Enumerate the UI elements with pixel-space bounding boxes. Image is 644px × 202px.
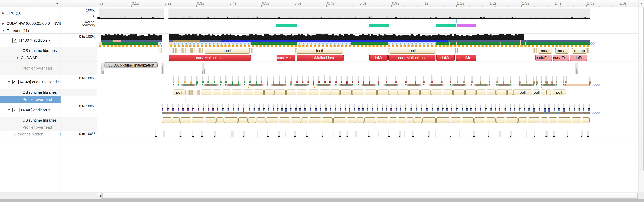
vertical-scrollbar[interactable]: ▲ [638, 0, 644, 193]
profiler-init-box[interactable]: CUDA profiling initialization [104, 62, 158, 68]
cuda-api-event-box[interactable]: cudaFr… [570, 55, 587, 61]
os-event-box[interactable]: … [279, 117, 290, 123]
os-event-box[interactable]: … [389, 90, 398, 95]
os-event-box[interactable] [507, 90, 513, 95]
row-label-cell-t14807[interactable]: ▼✓[14807] addition▾ [0, 34, 61, 47]
os-event-box[interactable]: mmap [538, 48, 552, 54]
os-event-box[interactable]: … [422, 117, 436, 123]
scroll-left-button[interactable]: ◀ [98, 193, 102, 199]
os-event-box[interactable]: … [201, 90, 212, 95]
vertical-scrollbar-thumb[interactable] [639, 7, 644, 171]
row-timeline-cell-prof14807[interactable]: CUDA profiling initialization [97, 61, 644, 75]
filter-dropdown-icon[interactable]: ▼ [56, 2, 58, 5]
os-event-box[interactable]: … [222, 90, 231, 95]
os-event-box[interactable]: … [549, 117, 557, 123]
expand-arrow-down-icon[interactable]: ▼ [8, 109, 10, 111]
cuda-api-event-box[interactable]: cudaMe… [436, 55, 455, 61]
cuda-api-event-box[interactable]: cudaMallocHost [169, 55, 251, 61]
row-label-cell-threads[interactable]: ▼Threads (11) [0, 28, 61, 34]
row-timeline-cell-os14848[interactable]: …………………………………………………………………………pollpollpoll… [97, 89, 644, 96]
os-event-box[interactable]: … [205, 117, 216, 123]
cuda-api-event-box[interactable]: cudaMe… [456, 55, 476, 61]
os-event-box[interactable]: ioctl [389, 48, 436, 54]
os-event-box[interactable]: … [364, 117, 376, 123]
timeline-ruler[interactable]: 0s0.1s0.2s0.3s0.4s0.5s0.6s0.7s0.8s0.9s1s… [97, 0, 644, 7]
os-event-box[interactable]: … [340, 90, 352, 95]
row-label-cell-os14807[interactable]: OS runtime libraries [0, 47, 61, 54]
row-label-cell-os14846[interactable]: OS runtime libraries [0, 117, 61, 124]
expand-arrow-down-icon[interactable]: ▼ [8, 81, 10, 83]
row-timeline-cell-hidden[interactable] [97, 131, 644, 138]
cuda-api-event-box[interactable]: cudaMe… [276, 55, 295, 61]
os-event-box[interactable]: … [352, 90, 364, 95]
os-event-box[interactable]: … [333, 117, 346, 123]
os-event-box[interactable]: … [309, 117, 321, 123]
row-label-cell-api14807[interactable]: ▶CUDA API [0, 54, 61, 61]
os-event-box[interactable] [398, 117, 406, 123]
os-event-box[interactable]: … [506, 117, 518, 123]
os-event-box[interactable] [302, 117, 308, 123]
os-event-box[interactable]: … [232, 90, 242, 95]
os-event-box[interactable]: … [286, 90, 296, 95]
os-event-box[interactable]: … [238, 117, 248, 123]
row-timeline-cell-prof14846[interactable] [97, 124, 644, 131]
os-event-box[interactable] [414, 117, 422, 123]
row-label-cell-prof14848[interactable]: Profiler overhead [0, 96, 61, 103]
row-timeline-cell-t14848[interactable] [97, 75, 644, 89]
horizontal-scrollbar-thumb[interactable] [102, 193, 638, 199]
row-label-cell-t14846[interactable]: ▼✓[14846] addition▾ [0, 103, 61, 117]
expand-arrow-right-icon[interactable]: ▶ [17, 57, 19, 59]
os-event-box[interactable]: … [377, 90, 388, 95]
os-event-box[interactable]: … [290, 117, 301, 123]
row-label-cell-t14848[interactable]: ▼✓[14848] cuda-EvtHandlr▾ [0, 75, 61, 89]
os-event-box[interactable]: … [162, 117, 172, 123]
os-event-box[interactable] [216, 117, 224, 123]
row-timeline-cell-os14846[interactable]: …………………………………………………………………………… [97, 117, 644, 124]
os-event-box[interactable]: … [465, 90, 476, 95]
os-event-box[interactable]: poll [173, 90, 186, 95]
row-timeline-cell-cpu[interactable] [97, 7, 644, 19]
os-event-box[interactable]: ioctl [296, 48, 343, 54]
row-label-cell-cuda_hw[interactable]: ▶CUDA HW (0000:01:00.0 - NVIDI [0, 19, 61, 28]
os-event-box[interactable]: … [541, 90, 545, 95]
os-event-box[interactable]: … [256, 117, 266, 123]
os-event-box[interactable] [406, 117, 414, 123]
thread-visibility-checkbox[interactable]: ✓ [12, 107, 17, 112]
os-event-box[interactable] [582, 117, 590, 123]
cuda-api-event-box[interactable]: cudaMallocHost [297, 55, 344, 61]
row-label-cell-prof14807[interactable]: Profiler overhead [0, 61, 61, 75]
thread-options-caret-icon[interactable]: ▾ [48, 39, 50, 42]
os-event-box[interactable]: … [462, 117, 474, 123]
cuda-api-event-box[interactable]: cudaMe… [369, 55, 388, 61]
os-event-box[interactable]: … [297, 90, 307, 95]
os-event-box[interactable]: … [518, 117, 528, 123]
thread-visibility-checkbox[interactable]: ✓ [12, 38, 17, 43]
expand-arrow-down-icon[interactable]: ▼ [8, 39, 10, 42]
row-timeline-cell-prof14848[interactable] [97, 96, 644, 103]
os-event-box[interactable]: … [453, 90, 465, 95]
os-event-box[interactable]: … [528, 117, 540, 123]
row-timeline-cell-api14807[interactable]: cudaMallocHostcudaMe…cudaMallocHostcudaM… [97, 54, 644, 61]
os-event-box[interactable]: … [192, 117, 204, 123]
os-event-box[interactable]: … [266, 117, 278, 123]
os-event-box[interactable]: … [436, 117, 450, 123]
os-event-box[interactable]: poll [533, 90, 540, 95]
os-event-box[interactable]: … [347, 117, 356, 123]
os-event-box[interactable]: … [365, 90, 377, 95]
row-timeline-cell-t14807[interactable] [97, 34, 644, 47]
os-event-box[interactable]: mmap [555, 48, 569, 54]
os-event-box[interactable]: … [431, 90, 442, 95]
os-event-box[interactable]: … [376, 117, 388, 123]
os-event-box[interactable]: … [254, 90, 264, 95]
os-event-box[interactable]: … [558, 117, 571, 123]
os-event-box[interactable]: … [486, 117, 496, 123]
os-event-box[interactable] [248, 117, 256, 123]
os-event-box[interactable]: … [546, 90, 551, 95]
scroll-up-button[interactable]: ▲ [639, 1, 644, 6]
os-event-box[interactable]: … [330, 90, 340, 95]
os-event-box[interactable]: … [274, 90, 286, 95]
os-event-box[interactable]: … [224, 117, 238, 123]
row-timeline-cell-cuda_hw[interactable] [97, 19, 644, 28]
os-event-box[interactable]: poll [552, 90, 566, 95]
hidden-threads-collapse-button[interactable]: − [52, 131, 56, 137]
